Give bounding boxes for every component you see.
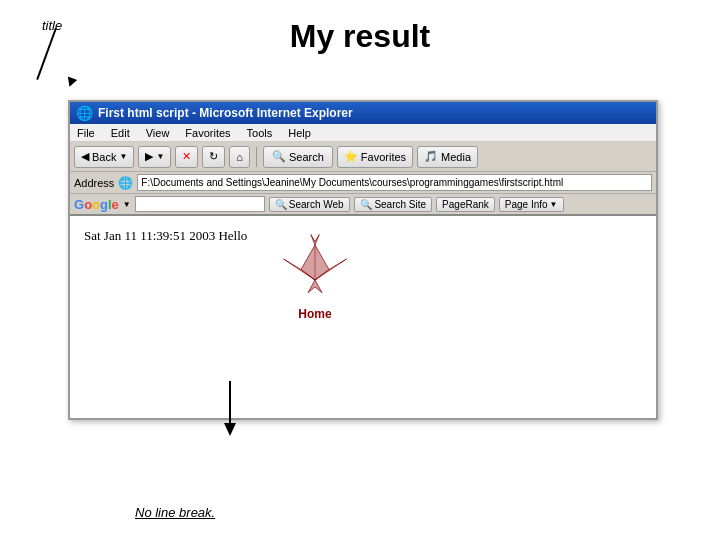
browser-content: Sat Jan 11 11:39:51 2003 Hello Home bbox=[70, 216, 656, 416]
browser-menubar: File Edit View Favorites Tools Help bbox=[70, 124, 656, 142]
toolbar-separator-1 bbox=[256, 147, 257, 167]
home-icon: ⌂ bbox=[236, 151, 243, 163]
no-line-break-label: No line break. bbox=[135, 505, 215, 520]
back-dropdown-icon: ▼ bbox=[119, 152, 127, 161]
pagerank-label: PageRank bbox=[442, 199, 489, 210]
google-logo: Google bbox=[74, 197, 119, 212]
pagerank-button[interactable]: PageRank bbox=[436, 197, 495, 212]
browser-titlebar: 🌐 First html script - Microsoft Internet… bbox=[70, 102, 656, 124]
search-button[interactable]: 🔍 Search bbox=[263, 146, 333, 168]
menu-favorites[interactable]: Favorites bbox=[182, 126, 233, 140]
menu-view[interactable]: View bbox=[143, 126, 173, 140]
browser-window: 🌐 First html script - Microsoft Internet… bbox=[68, 100, 658, 420]
origami-container: Home bbox=[280, 231, 350, 321]
favorites-label: Favorites bbox=[361, 151, 406, 163]
menu-edit[interactable]: Edit bbox=[108, 126, 133, 140]
google-search-icon: 🔍 bbox=[275, 199, 287, 210]
media-icon: 🎵 bbox=[424, 150, 438, 163]
no-line-break-arrow bbox=[215, 381, 245, 445]
stop-icon: ✕ bbox=[182, 150, 191, 163]
refresh-button[interactable]: ↻ bbox=[202, 146, 225, 168]
google-search-site-button[interactable]: 🔍 Search Site bbox=[354, 197, 432, 212]
google-logo-dropdown: ▼ bbox=[123, 200, 131, 209]
address-icon: 🌐 bbox=[118, 176, 133, 190]
forward-button[interactable]: ▶ ▼ bbox=[138, 146, 171, 168]
svg-marker-7 bbox=[224, 423, 236, 436]
menu-tools[interactable]: Tools bbox=[244, 126, 276, 140]
browser-title: First html script - Microsoft Internet E… bbox=[98, 106, 353, 120]
google-search-web-button[interactable]: 🔍 Search Web bbox=[269, 197, 350, 212]
search-icon: 🔍 bbox=[272, 150, 286, 163]
media-button[interactable]: 🎵 Media bbox=[417, 146, 478, 168]
svg-marker-4 bbox=[311, 235, 319, 246]
menu-help[interactable]: Help bbox=[285, 126, 314, 140]
browser-googletoolbar: Google ▼ 🔍 Search Web 🔍 Search Site Page… bbox=[70, 194, 656, 216]
search-label: Search bbox=[289, 151, 324, 163]
google-search-site-label: 🔍 bbox=[360, 199, 372, 210]
address-input[interactable] bbox=[137, 174, 652, 191]
forward-icon: ▶ bbox=[145, 150, 153, 163]
home-button[interactable]: ⌂ bbox=[229, 146, 250, 168]
refresh-icon: ↻ bbox=[209, 150, 218, 163]
address-label: Address bbox=[74, 177, 114, 189]
pageinfo-button[interactable]: Page Info ▼ bbox=[499, 197, 564, 212]
back-icon: ◀ bbox=[81, 150, 89, 163]
browser-icon: 🌐 bbox=[76, 105, 93, 121]
body-text: Sat Jan 11 11:39:51 2003 Hello bbox=[84, 228, 247, 243]
pageinfo-dropdown-icon: ▼ bbox=[550, 200, 558, 209]
menu-file[interactable]: File bbox=[74, 126, 98, 140]
media-label: Media bbox=[441, 151, 471, 163]
favorites-button[interactable]: ⭐ Favorites bbox=[337, 146, 413, 168]
forward-dropdown-icon: ▼ bbox=[156, 152, 164, 161]
browser-toolbar: ◀ Back ▼ ▶ ▼ ✕ ↻ ⌂ 🔍 Search ⭐ Favorites … bbox=[70, 142, 656, 172]
back-button[interactable]: ◀ Back ▼ bbox=[74, 146, 134, 168]
back-label: Back bbox=[92, 151, 116, 163]
pageinfo-label: Page Info bbox=[505, 199, 548, 210]
page-title: My result bbox=[0, 0, 720, 65]
title-arrow-head bbox=[65, 77, 77, 89]
home-label: Home bbox=[280, 307, 350, 321]
google-search-site-text: Search Site bbox=[374, 199, 426, 210]
google-search-input[interactable] bbox=[135, 196, 265, 212]
stop-button[interactable]: ✕ bbox=[175, 146, 198, 168]
google-search-web-label: Search Web bbox=[289, 199, 344, 210]
favorites-icon: ⭐ bbox=[344, 150, 358, 163]
title-annotation: title bbox=[42, 18, 62, 33]
svg-marker-3 bbox=[308, 280, 322, 293]
origami-crane bbox=[280, 231, 350, 301]
browser-addressbar: Address 🌐 bbox=[70, 172, 656, 194]
